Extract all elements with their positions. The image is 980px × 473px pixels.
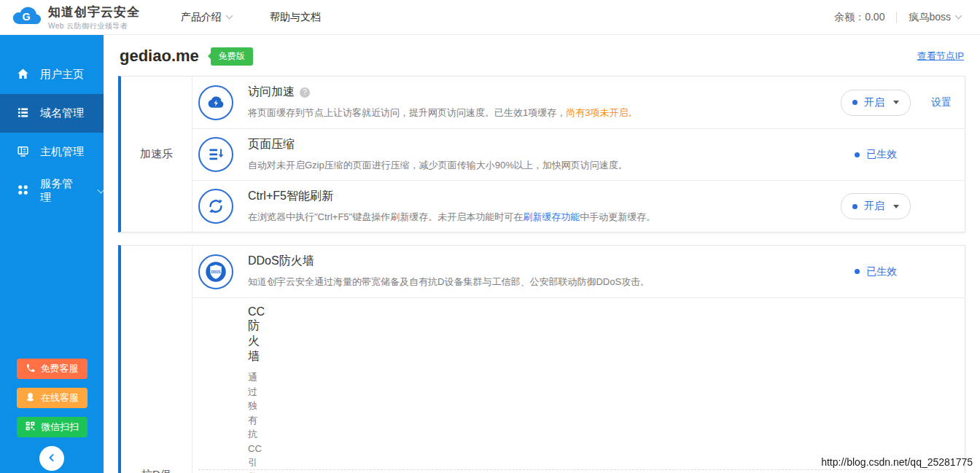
settings-link[interactable]: 设置 (931, 96, 952, 108)
feature-row-access-acceleration: 访问加速 ? 将页面缓存到节点上让访客就近访问，提升网页访问速度。已生效1项缓存… (192, 77, 965, 128)
brand-tagline: Web 云防御行业领导者 (48, 21, 140, 31)
home-icon (17, 68, 29, 82)
compress-icon (198, 137, 233, 172)
status-dot (855, 152, 860, 157)
toggle-dropdown-button[interactable]: 开启 (841, 90, 911, 116)
wechat-scan-button[interactable]: 微信扫扫 (17, 417, 88, 437)
cloud-logo-icon: G (10, 4, 42, 31)
feature-row-cc-firewall: CC CC防火墙 通过独有抗CC引擎，发挥大数据优势，10秒内阻断攻击IP。 (192, 297, 965, 473)
status-dot (855, 269, 860, 274)
qq-icon (25, 391, 36, 404)
view-node-ip-link[interactable]: 查看节点IP (917, 50, 964, 63)
user-menu[interactable]: 疯鸟boss (909, 11, 961, 24)
feature-desc: 通过独有抗CC引擎，发挥大数据优势，10秒内阻断攻击IP。 (248, 372, 267, 473)
toggle-dropdown-button[interactable]: 开启 (841, 193, 911, 219)
qrcode-icon (25, 421, 36, 434)
cloud-bolt-icon (198, 85, 233, 120)
cc-protection-options: ✓ 标准防护 CC攻击流量清洗率可达到99%，误报极少。 超级防 (198, 469, 952, 473)
card-anti-ddos: 抗D保 DDOS DDoS防火墙 知道创宇云安全通过海量的带宽储备及自有抗D设备… (118, 245, 965, 473)
main-content: gediao.me 免费版 查看节点IP 加速乐 访问加速 ? (104, 35, 980, 473)
refresh-icon (198, 189, 233, 224)
sidebar-item-domain-management[interactable]: 域名管理 (0, 94, 104, 133)
chevron-left-icon (47, 452, 56, 465)
header-divider (896, 12, 897, 23)
feature-title: Ctrl+F5智能刷新 (248, 189, 333, 204)
status-dot (852, 100, 858, 105)
sidebar-item-host-management[interactable]: 主机管理 (0, 133, 104, 171)
section-label: 抗D保 (121, 246, 192, 473)
top-nav: 产品介绍 帮助与文档 (181, 11, 321, 24)
feature-desc: 在浏览器中执行"Ctrl+F5"键盘操作刷新缓存。未开启本功能时可在 (248, 211, 523, 222)
feature-row-ctrl-f5-refresh: Ctrl+F5智能刷新 在浏览器中执行"Ctrl+F5"键盘操作刷新缓存。未开启… (192, 180, 965, 232)
status-dot (852, 204, 858, 209)
brand-name: 知道创宇云安全 (48, 4, 140, 20)
host-icon (17, 145, 29, 160)
nav-help-docs[interactable]: 帮助与文档 (270, 11, 321, 24)
sidebar-item-service-management[interactable]: 服务管理 (0, 171, 104, 210)
card-jiasule: 加速乐 访问加速 ? 将页面缓存到节点上让访客就近访问，提升网页访问速度。已生效… (118, 76, 965, 232)
svg-text:G: G (22, 10, 30, 22)
feature-desc: 自动对未开启Gzip压缩的页面进行压缩，减少页面传输大小90%以上，加快网页访问… (248, 160, 628, 171)
plan-badge: 免费版 (211, 47, 253, 66)
svg-text:DDOS: DDOS (211, 270, 220, 273)
phone-icon (26, 363, 36, 375)
chevron-down-icon (955, 12, 962, 20)
section-label: 加速乐 (121, 77, 192, 232)
status-active: 已生效 (855, 148, 897, 161)
free-support-button[interactable]: 免费客服 (17, 359, 88, 379)
status-active: 已生效 (855, 265, 897, 278)
top-header: G 知道创宇云安全 Web 云防御行业领导者 产品介绍 帮助与文档 余额：0.0… (0, 0, 980, 35)
feature-desc-post: 中手动更新缓存。 (580, 211, 656, 222)
feature-title: CC防火墙 (248, 305, 265, 364)
help-icon[interactable]: ? (300, 87, 310, 98)
username: 疯鸟boss (909, 11, 951, 24)
caret-down-icon (893, 101, 899, 104)
balance-text: 余额：0.00 (834, 11, 884, 24)
sidebar: 用户主页 域名管理 主机管理 服务管理 免费客服 (0, 35, 104, 473)
domain-header: gediao.me 免费版 查看节点IP (118, 35, 965, 76)
nav-product-intro[interactable]: 产品介绍 (181, 11, 232, 24)
online-support-button[interactable]: 在线客服 (17, 388, 88, 408)
feature-row-ddos-firewall: DDOS DDoS防火墙 知道创宇云安全通过海量的带宽储备及自有抗D设备集群与工… (192, 246, 965, 297)
brand-logo[interactable]: G 知道创宇云安全 Web 云防御行业领导者 (10, 4, 174, 31)
sidebar-item-user-home[interactable]: 用户主页 (0, 55, 104, 94)
feature-desc: 知道创宇云安全通过海量的带宽储备及自有抗D设备集群与工信部、公安部联动防御DDo… (248, 276, 650, 287)
feature-title: 访问加速 (248, 85, 295, 100)
feature-title: DDoS防火墙 (248, 254, 314, 269)
watermark-url: http://blog.csdn.net/qq_25281775 (821, 456, 973, 468)
domain-name: gediao.me (120, 47, 199, 66)
domain-list-icon (17, 106, 29, 121)
chevron-down-icon (226, 12, 233, 20)
services-grid-icon (17, 184, 29, 198)
refresh-cache-link[interactable]: 刷新缓存功能 (523, 211, 580, 222)
feature-title: 页面压缩 (248, 137, 295, 152)
ddos-shield-icon: DDOS (198, 254, 233, 289)
feature-desc: 将页面缓存到节点上让访客就近访问，提升网页访问速度。已生效1项缓存， (248, 107, 566, 118)
sidebar-collapse-button[interactable] (39, 446, 64, 471)
feature-desc-warning: 尚有3项未开启。 (566, 107, 637, 118)
feature-row-page-compression: 页面压缩 自动对未开启Gzip压缩的页面进行压缩，减少页面传输大小90%以上，加… (192, 128, 965, 180)
caret-down-icon (893, 205, 899, 208)
